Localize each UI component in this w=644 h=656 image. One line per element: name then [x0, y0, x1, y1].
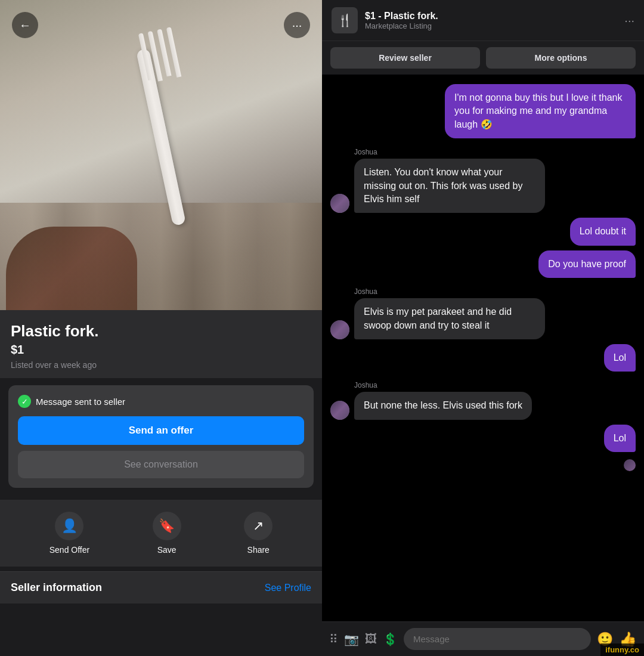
message-input[interactable]: [404, 628, 591, 650]
image-icon[interactable]: 🖼: [365, 632, 377, 646]
message-bubble: Listen. You don't know what your missing…: [354, 159, 545, 213]
chat-header-subtitle: Marketplace Listing: [365, 21, 617, 30]
right-panel: 🍴 $1 - Plastic fork. Marketplace Listing…: [322, 0, 644, 656]
message-group-1: Joshua Listen. You don't know what your …: [330, 148, 636, 213]
action-card: ✓ Message sent to seller Send an offer S…: [8, 385, 314, 488]
chat-input-bar: ⠿ 📷 🖼 💲 🙂 👍: [322, 621, 644, 656]
save-icon: 🔖: [153, 512, 181, 540]
back-button[interactable]: ←: [12, 12, 38, 38]
product-title: Plastic fork.: [11, 322, 311, 341]
message-row: Elvis is my pet parakeet and he did swoo…: [330, 298, 636, 339]
share-label: Share: [247, 545, 270, 555]
message-bubble: I'm not gonna buy this but I love it tha…: [445, 84, 636, 138]
bottom-actions: 👤 Send Offer 🔖 Save ↗ Share: [0, 500, 322, 567]
message-group-2: Joshua Elvis is my pet parakeet and he d…: [330, 287, 636, 339]
message-row: Listen. You don't know what your missing…: [330, 159, 636, 213]
avatar: [330, 194, 349, 213]
seller-info-label: Seller information: [11, 581, 102, 594]
message-row: I'm not gonna buy this but I love it tha…: [330, 84, 636, 138]
message-bubble: Lol doubt it: [570, 218, 636, 245]
sender-name: Joshua: [354, 287, 636, 296]
see-profile-link[interactable]: See Profile: [265, 583, 311, 593]
review-seller-button[interactable]: Review seller: [330, 47, 480, 69]
send-offer-label: Send Offer: [49, 545, 89, 555]
message-bubble: Elvis is my pet parakeet and he did swoo…: [354, 298, 545, 339]
product-info: Plastic fork. $1 Listed over a week ago: [0, 310, 322, 378]
read-receipt: [330, 459, 636, 471]
camera-icon[interactable]: 📷: [344, 632, 359, 646]
message-row: Lol: [330, 344, 636, 372]
chat-header-title: $1 - Plastic fork.: [365, 11, 617, 21]
message-bubble: Lol: [604, 344, 636, 372]
check-icon: ✓: [18, 395, 31, 408]
product-price: $1: [11, 343, 311, 357]
message-group-3: Joshua But none the less. Elvis used thi…: [330, 381, 636, 419]
avatar: [330, 401, 349, 420]
save-action[interactable]: 🔖 Save: [153, 512, 181, 555]
message-row: But none the less. Elvis used this fork: [330, 392, 636, 419]
messages-area[interactable]: I'm not gonna buy this but I love it tha…: [322, 75, 644, 621]
send-offer-icon: 👤: [55, 512, 83, 540]
product-image: ← ···: [0, 0, 322, 310]
message-bubble: But none the less. Elvis used this fork: [354, 392, 532, 419]
left-panel: ← ··· Plastic fork. $1 Listed over a wee…: [0, 0, 322, 656]
message-bubble: Do you have proof: [538, 250, 636, 278]
more-options-button[interactable]: More options: [486, 47, 636, 69]
chat-header-dots[interactable]: ···: [624, 14, 634, 27]
chat-header-info: $1 - Plastic fork. Marketplace Listing: [365, 11, 617, 30]
watermark: ifunny.co: [600, 643, 644, 656]
save-label: Save: [157, 545, 177, 555]
message-row: Lol: [330, 425, 636, 452]
chat-action-buttons: Review seller More options: [322, 41, 644, 75]
product-listed: Listed over a week ago: [11, 360, 311, 370]
message-bubble: Lol: [604, 425, 636, 452]
grid-icon[interactable]: ⠿: [329, 632, 338, 646]
more-button[interactable]: ···: [284, 12, 310, 38]
send-offer-button[interactable]: Send an offer: [18, 416, 304, 445]
seller-info: Seller information See Profile: [0, 571, 322, 604]
sender-name: Joshua: [354, 381, 636, 389]
message-row: Lol doubt it: [330, 218, 636, 245]
see-conversation-button[interactable]: See conversation: [18, 451, 304, 478]
send-offer-action[interactable]: 👤 Send Offer: [49, 512, 89, 555]
message-row: Do you have proof: [330, 250, 636, 278]
listing-avatar: 🍴: [332, 7, 358, 33]
share-action[interactable]: ↗ Share: [244, 512, 273, 555]
share-icon: ↗: [244, 512, 273, 540]
dollar-icon[interactable]: 💲: [383, 632, 398, 646]
avatar: [330, 320, 349, 339]
chat-header: 🍴 $1 - Plastic fork. Marketplace Listing…: [322, 0, 644, 41]
sender-name: Joshua: [354, 148, 636, 156]
message-sent-status: ✓ Message sent to seller: [18, 395, 304, 408]
